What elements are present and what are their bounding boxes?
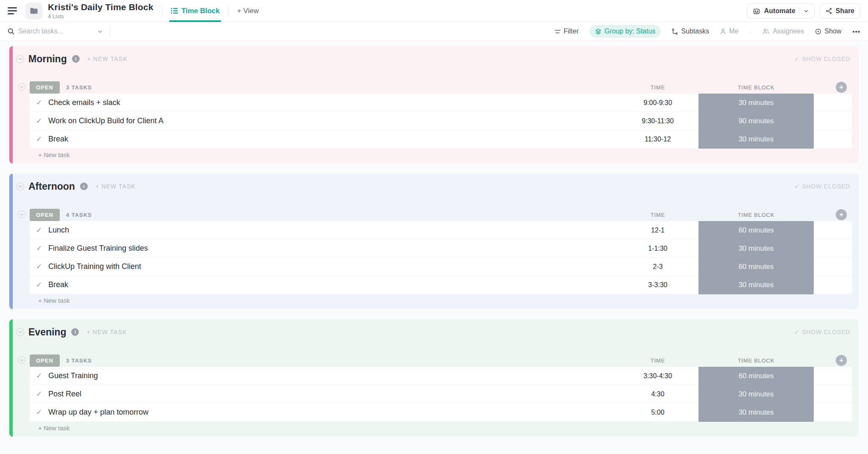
search-box[interactable]	[8, 28, 103, 35]
status-badge[interactable]: OPEN	[30, 354, 60, 367]
task-time[interactable]: 3:30-4:30	[617, 372, 698, 380]
task-name[interactable]: Break	[48, 135, 617, 144]
task-row[interactable]: ✓ Work on ClickUp Build for Client A 9:3…	[30, 112, 852, 130]
task-time[interactable]: 5:00	[617, 409, 698, 416]
show-icon	[815, 28, 821, 35]
new-task-row[interactable]: + New task	[30, 294, 852, 307]
show-closed-toggle[interactable]: ✓ SHOW CLOSED	[794, 55, 850, 62]
task-time-block[interactable]: 30 minutes	[698, 276, 814, 294]
task-time-block[interactable]: 60 minutes	[698, 257, 814, 276]
task-name[interactable]: ClickUp Training with Client	[48, 262, 617, 271]
add-column-button[interactable]: +	[836, 82, 847, 93]
task-name[interactable]: Break	[48, 280, 617, 289]
share-button[interactable]: Share	[820, 3, 860, 19]
task-time-block[interactable]: 60 minutes	[698, 367, 814, 385]
new-task-row[interactable]: + New task	[30, 421, 852, 434]
check-icon[interactable]: ✓	[36, 280, 42, 289]
check-icon[interactable]: ✓	[36, 371, 42, 380]
assignees-button[interactable]: Assignees	[762, 28, 804, 35]
new-task-row[interactable]: + New task	[30, 148, 852, 161]
automate-button[interactable]: Automate	[747, 3, 815, 19]
task-row[interactable]: ✓ Finalize Guest Training slides 1-1:30 …	[30, 239, 852, 257]
subtasks-button[interactable]: Subtasks	[672, 28, 709, 35]
section-title[interactable]: Evening	[28, 327, 66, 338]
check-icon[interactable]: ✓	[36, 408, 42, 417]
group-by-button[interactable]: Group by: Status	[590, 25, 661, 38]
task-time[interactable]: 9:30-11:30	[617, 117, 698, 125]
show-closed-label: SHOW CLOSED	[802, 183, 850, 190]
collapse-section-icon[interactable]	[16, 183, 24, 191]
show-closed-toggle[interactable]: ✓ SHOW CLOSED	[794, 329, 850, 335]
show-button[interactable]: Show	[815, 28, 841, 35]
task-name[interactable]: Guest Training	[48, 371, 617, 380]
task-time-block[interactable]: 30 minutes	[698, 385, 814, 404]
check-icon[interactable]: ✓	[36, 262, 42, 271]
check-icon[interactable]: ✓	[36, 390, 42, 399]
task-row[interactable]: ✓ Break 3-3:30 30 minutes	[30, 276, 852, 294]
tab-add-view[interactable]: + View	[237, 0, 259, 22]
task-row[interactable]: ✓ Lunch 12-1 60 minutes	[30, 221, 852, 239]
task-time[interactable]: 12-1	[617, 227, 698, 234]
task-name[interactable]: Post Reel	[48, 390, 617, 399]
task-name[interactable]: Work on ClickUp Build for Client A	[48, 116, 617, 125]
task-row[interactable]: ✓ Wrap up day + plan tomorrow 5:00 30 mi…	[30, 403, 852, 421]
info-icon[interactable]: i	[72, 55, 80, 63]
status-badge[interactable]: OPEN	[30, 209, 60, 221]
assignees-icon	[762, 28, 770, 35]
collapse-group-icon[interactable]	[18, 83, 25, 91]
task-time-block[interactable]: 30 minutes	[698, 130, 814, 149]
task-row[interactable]: ✓ ClickUp Training with Client 2-3 60 mi…	[30, 257, 852, 276]
more-options-button[interactable]: •••	[852, 28, 860, 35]
check-icon[interactable]: ✓	[36, 98, 42, 107]
add-column-button[interactable]: +	[836, 209, 847, 220]
task-time[interactable]: 9:00-9:30	[617, 99, 698, 107]
check-icon[interactable]: ✓	[36, 135, 42, 144]
task-time-block[interactable]: 90 minutes	[698, 112, 814, 130]
search-input[interactable]	[18, 28, 94, 35]
robot-icon	[753, 7, 760, 15]
task-time[interactable]: 2-3	[617, 263, 698, 271]
task-name[interactable]: Check emails + slack	[48, 98, 617, 107]
info-icon[interactable]: i	[71, 328, 79, 336]
collapse-group-icon[interactable]	[18, 356, 25, 364]
new-task-button[interactable]: + NEW TASK	[95, 183, 136, 190]
section-title[interactable]: Morning	[28, 53, 67, 65]
show-closed-toggle[interactable]: ✓ SHOW CLOSED	[794, 183, 850, 190]
task-time-block[interactable]: 30 minutes	[698, 239, 814, 258]
view-toolbar: Filter Group by: Status Subtasks Me	[0, 22, 868, 41]
tab-time-block[interactable]: Time Block	[171, 0, 220, 22]
task-name[interactable]: Wrap up day + plan tomorrow	[48, 408, 617, 417]
sidebar-toggle-icon[interactable]	[8, 7, 18, 14]
chevron-down-icon[interactable]	[804, 8, 809, 14]
new-task-button[interactable]: + NEW TASK	[86, 329, 127, 335]
task-time[interactable]: 11:30-12	[617, 136, 698, 143]
me-filter-button[interactable]: Me	[720, 28, 738, 35]
add-column-button[interactable]: +	[836, 355, 847, 366]
task-time-block[interactable]: 30 minutes	[698, 403, 814, 422]
check-icon[interactable]: ✓	[36, 116, 42, 125]
task-time[interactable]: 1-1:30	[617, 245, 698, 252]
collapse-group-icon[interactable]	[18, 210, 25, 218]
task-row[interactable]: ✓ Break 11:30-12 30 minutes	[30, 130, 852, 148]
task-row[interactable]: ✓ Guest Training 3:30-4:30 60 minutes	[30, 367, 852, 385]
collapse-section-icon[interactable]	[16, 55, 24, 63]
status-badge[interactable]: OPEN	[30, 81, 60, 94]
filter-button[interactable]: Filter	[554, 28, 579, 35]
section-header: Morning i + NEW TASK ✓ SHOW CLOSED	[16, 50, 852, 67]
task-time[interactable]: 4:30	[617, 390, 698, 398]
check-icon[interactable]: ✓	[36, 244, 42, 253]
task-row[interactable]: ✓ Check emails + slack 9:00-9:30 30 minu…	[30, 94, 852, 112]
new-task-button[interactable]: + NEW TASK	[87, 55, 128, 62]
task-name[interactable]: Finalize Guest Training slides	[48, 244, 617, 253]
task-row[interactable]: ✓ Post Reel 4:30 30 minutes	[30, 385, 852, 403]
info-icon[interactable]: i	[80, 183, 88, 190]
section-title[interactable]: Afternoon	[28, 181, 75, 192]
check-icon[interactable]: ✓	[36, 226, 42, 235]
task-name[interactable]: Lunch	[48, 226, 617, 235]
assignees-label: Assignees	[773, 28, 804, 35]
collapse-section-icon[interactable]	[16, 328, 24, 336]
task-time-block[interactable]: 60 minutes	[698, 221, 814, 240]
task-time-block[interactable]: 30 minutes	[698, 94, 814, 112]
chevron-down-icon[interactable]	[97, 29, 103, 34]
task-time[interactable]: 3-3:30	[617, 281, 698, 289]
